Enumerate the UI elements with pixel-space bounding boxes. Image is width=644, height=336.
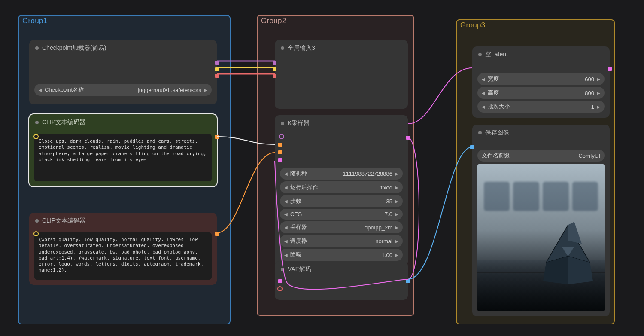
node-connections <box>0 0 644 336</box>
